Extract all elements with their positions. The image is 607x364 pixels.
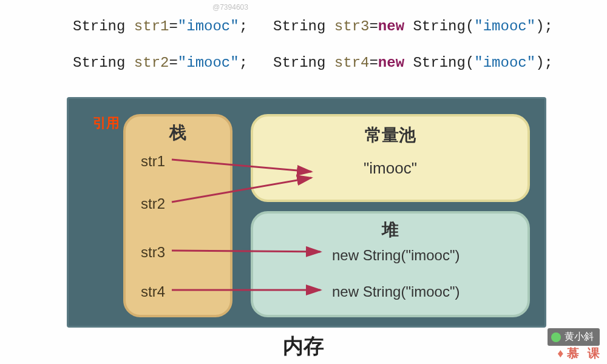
author-badge: 黄小斜 <box>548 328 600 346</box>
code-line-1: String str1=imooc; <box>73 18 248 35</box>
code-line-4: String str4=new String(imooc); <box>273 55 553 71</box>
heap-item-1: new String("imooc") <box>332 247 459 264</box>
heap-item-2: new String("imooc") <box>332 283 459 300</box>
constant-pool-value: "imooc" <box>253 159 527 178</box>
stack-item-str4: str4 <box>141 283 165 300</box>
reference-label: 引用 <box>93 114 120 132</box>
stack-box: 栈 str1 str2 str3 str4 <box>123 114 232 317</box>
heap-title: 堆 <box>253 218 527 241</box>
code-line-2: String str2=imooc; <box>73 55 248 71</box>
stack-item-str2: str2 <box>141 195 165 212</box>
stack-item-str3: str3 <box>141 244 165 261</box>
site-watermark: 慕 课 <box>557 345 602 362</box>
memory-caption: 内存 <box>0 332 607 360</box>
heap-box: 堆 new String("imooc") new String("imooc"… <box>251 211 530 317</box>
watermark-text: @7394603 <box>212 3 248 12</box>
constant-pool-title: 常量池 <box>253 124 527 147</box>
constant-pool-box: 常量池 "imooc" <box>251 114 530 202</box>
code-line-3: String str3=new String(imooc); <box>273 18 553 35</box>
stack-title: 栈 <box>126 121 230 144</box>
memory-diagram: 引用 栈 str1 str2 str3 str4 常量池 "imooc" 堆 n… <box>67 97 546 328</box>
stack-item-str1: str1 <box>141 153 165 170</box>
